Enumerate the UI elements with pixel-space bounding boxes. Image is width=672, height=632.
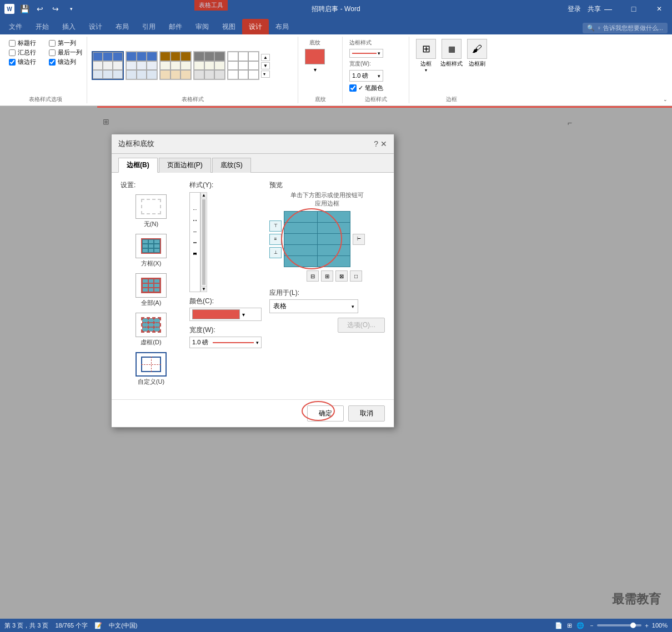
scroll-up[interactable]: ▲: [261, 54, 270, 61]
share-button[interactable]: 共享: [588, 4, 601, 14]
border-style-select[interactable]: ▾: [349, 49, 383, 58]
border-all-left-btn[interactable]: ⊟: [307, 270, 319, 282]
style-list[interactable]: [189, 192, 200, 292]
dialog-tab-shading[interactable]: 底纹(S): [212, 158, 251, 173]
dialog-help-icon[interactable]: ?: [374, 139, 378, 148]
tab-view[interactable]: 视图: [215, 19, 242, 34]
shading-dropdown[interactable]: ▾: [314, 67, 317, 73]
view-web-icon[interactable]: 🌐: [576, 622, 584, 629]
width-select[interactable]: 1.0 磅 ▾: [189, 337, 262, 348]
dialog-close-icon[interactable]: ✕: [380, 139, 387, 148]
border-middle-h-btn[interactable]: ≡: [269, 234, 282, 245]
style-dash-2[interactable]: [190, 237, 200, 248]
options-button[interactable]: 选项(O)...: [338, 318, 385, 333]
dialog-tab-page-border[interactable]: 页面边框(P): [159, 158, 211, 173]
first-col-checkbox[interactable]: 第一列: [49, 39, 82, 47]
customize-qat-button[interactable]: ▾: [64, 2, 78, 16]
style-dash-1[interactable]: [190, 226, 200, 237]
border-style-group-label: 边框样式: [347, 94, 404, 103]
border-style-button-container[interactable]: ▦ 边框样式: [440, 39, 463, 68]
border-dropdown[interactable]: ▾: [425, 68, 427, 73]
table-style-5[interactable]: [227, 51, 259, 80]
view-layout-icon[interactable]: ⊞: [567, 622, 572, 629]
table-style-1[interactable]: [92, 51, 124, 80]
save-button[interactable]: 💾: [18, 2, 31, 16]
maximize-button[interactable]: □: [621, 0, 646, 18]
style-line-dashdot: [193, 250, 197, 258]
apply-select[interactable]: 表格 ▾: [269, 299, 358, 313]
preview-table[interactable]: [284, 211, 350, 267]
expand-btn[interactable]: ⌄: [663, 97, 668, 102]
tab-mail[interactable]: 邮件: [162, 19, 189, 34]
add-table-icon[interactable]: ⊞: [103, 117, 109, 126]
tab-layout[interactable]: 布局: [109, 19, 136, 34]
border-right-btn[interactable]: ⊢: [353, 234, 365, 245]
ok-button[interactable]: 确定: [307, 405, 344, 422]
width-select[interactable]: 1.0 磅 ▾: [349, 70, 383, 82]
table-style-3[interactable]: [159, 51, 192, 80]
header-row-checkbox[interactable]: 标题行: [9, 39, 42, 47]
ribbon-search[interactable]: 🔍 ♀ 告诉我您想要做什么...: [583, 23, 668, 33]
border-brush-button-container[interactable]: 🖌 边框刷: [467, 39, 487, 68]
total-row-checkbox[interactable]: 汇总行: [9, 48, 42, 57]
tab-file[interactable]: 文件: [2, 19, 29, 34]
table-style-4[interactable]: [193, 51, 225, 80]
banded-rows-checkbox[interactable]: 镶边行: [9, 58, 42, 66]
dialog-tab-border[interactable]: 边框(B): [118, 158, 158, 173]
table-cell: [284, 212, 318, 223]
tab-insert[interactable]: 插入: [56, 19, 82, 34]
none-icon: [136, 194, 167, 219]
tab-table-layout[interactable]: 布局: [269, 19, 295, 34]
table-row: [284, 256, 350, 267]
style-dot-1[interactable]: [190, 204, 200, 215]
style-dashdot[interactable]: [190, 248, 200, 259]
login-button[interactable]: 登录: [568, 4, 581, 14]
style-scroll-down[interactable]: ▼: [201, 286, 207, 292]
cancel-button[interactable]: 取消: [348, 405, 385, 422]
none-border-preview: [141, 199, 161, 214]
dashed-line-2: [193, 242, 197, 243]
style-none[interactable]: [190, 193, 200, 204]
border-all-right-btn[interactable]: ⊠: [335, 270, 348, 282]
tab-table-design[interactable]: 设计: [242, 19, 269, 34]
pen-color-checkbox[interactable]: ✓ 笔颜色: [349, 84, 383, 92]
search-placeholder: ♀ 告诉我您想要做什么...: [597, 24, 663, 32]
border-none-btn[interactable]: □: [350, 270, 362, 282]
dialog-titlebar: 边框和底纹 ? ✕: [112, 134, 394, 154]
tab-references[interactable]: 引用: [136, 19, 162, 34]
setting-dashed[interactable]: 虚框(D): [121, 313, 182, 347]
style-scroll[interactable]: ▲ ▼ ▾: [261, 54, 270, 78]
border-bottom-btn[interactable]: ⊥: [269, 247, 282, 258]
border-style-icon: ▦: [442, 39, 462, 59]
table-cell: [284, 245, 318, 256]
tab-home[interactable]: 开始: [29, 19, 56, 34]
zoom-minus[interactable]: －: [589, 621, 595, 630]
color-select[interactable]: ▾: [189, 308, 262, 321]
style-scrollbar[interactable]: ▲ ▼: [200, 192, 207, 292]
border-brush-btn-label: 边框刷: [469, 60, 485, 68]
setting-none[interactable]: 无(N): [121, 194, 182, 228]
setting-all[interactable]: 全部(A): [121, 273, 182, 307]
setting-box[interactable]: 方框(X): [121, 234, 182, 268]
style-dot-2[interactable]: [190, 215, 200, 226]
view-normal-icon[interactable]: 📄: [555, 622, 563, 629]
border-button-container[interactable]: ⊞ 边框 ▾: [416, 39, 436, 73]
banded-cols-checkbox[interactable]: 镶边列: [49, 58, 82, 66]
preview-table-container: [284, 211, 350, 267]
setting-custom[interactable]: 自定义(U): [121, 352, 182, 386]
undo-button[interactable]: ↩: [33, 2, 47, 16]
scroll-more[interactable]: ▾: [261, 71, 270, 78]
redo-button[interactable]: ↪: [49, 2, 62, 16]
close-button[interactable]: ✕: [646, 0, 672, 18]
scroll-down[interactable]: ▼: [261, 62, 270, 69]
border-inner-btn[interactable]: ⊞: [321, 270, 333, 282]
zoom-slider[interactable]: [597, 624, 641, 626]
style-scroll-up[interactable]: ▲: [201, 193, 207, 198]
table-style-2[interactable]: [126, 51, 158, 80]
tab-design-doc[interactable]: 设计: [82, 19, 109, 34]
tab-review[interactable]: 审阅: [189, 19, 215, 34]
border-top-btn[interactable]: ⊤: [269, 220, 282, 232]
shading-color-btn[interactable]: [305, 49, 325, 64]
last-col-checkbox[interactable]: 最后一列: [49, 48, 82, 57]
zoom-plus[interactable]: ＋: [644, 621, 650, 630]
